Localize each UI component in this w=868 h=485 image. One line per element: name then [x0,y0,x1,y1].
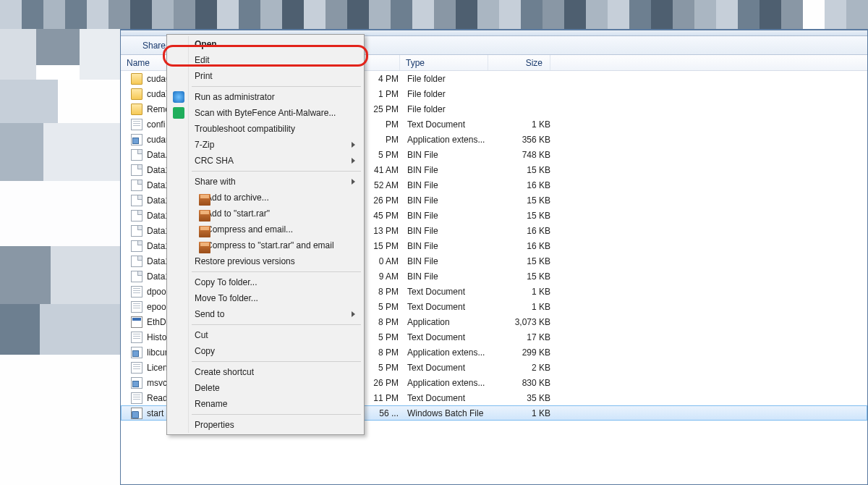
menu-item[interactable]: Compress to "start.rar" and email [169,237,362,253]
folder-icon [131,73,142,85]
bin-icon [131,149,142,161]
file-type: File folder [407,74,495,84]
file-type: Application extens... [407,347,495,358]
rar-icon [199,242,210,253]
menu-item[interactable]: Copy To folder... [169,274,362,290]
menu-item[interactable]: Share with [169,174,362,190]
column-header-type[interactable]: Type [400,55,488,70]
menu-separator [192,171,361,172]
menu-item[interactable]: Run as administrator [169,89,362,105]
menu-item-label: Edit [195,55,210,65]
menu-item-label: Run as administrator [195,92,275,102]
menu-item[interactable]: Edit [169,52,362,68]
menu-item-label: Delete [195,383,220,393]
file-size: 299 KB [495,347,558,358]
menu-item[interactable]: Rename [169,396,362,412]
menu-item-label: Send to [195,309,224,319]
file-type: Application extens... [407,135,495,145]
menu-separator [192,414,361,415]
file-size: 16 KB [495,226,558,236]
menu-item[interactable]: Print [169,68,362,84]
txt-icon [131,362,142,374]
menu-item[interactable]: Move To folder... [169,290,362,306]
file-size: 17 KB [495,332,558,342]
menu-item-label: Add to "start.rar" [206,208,270,219]
menu-item-label: Cut [195,330,208,340]
txt-icon [131,332,142,343]
file-type: Text Document [407,302,495,312]
menu-item[interactable]: Scan with ByteFence Anti-Malware... [169,105,362,121]
bin-icon [131,164,142,176]
file-type: Text Document [407,363,495,373]
file-size: 356 KB [495,135,558,145]
bin-icon [131,271,142,282]
menu-item[interactable]: Compress and email... [169,222,362,237]
dll-icon [131,347,142,358]
background-pixel-strip [0,0,868,29]
menu-item-label: 7-Zip [195,140,214,150]
menu-item[interactable]: Delete [169,380,362,396]
menu-item-label: Open [195,39,217,49]
menu-separator [192,86,361,87]
submenu-arrow-icon [352,311,355,317]
file-type: Windows Batch File [407,408,495,418]
txt-icon [131,301,142,313]
bin-icon [131,225,142,237]
file-type: BIN File [407,271,495,282]
folder-icon [131,104,142,115]
menu-item[interactable]: Add to "start.rar" [169,206,362,222]
menu-item-label: Restore previous versions [195,256,295,266]
dll-icon [131,377,142,389]
context-menu: OpenEditPrintRun as administratorScan wi… [166,34,365,435]
menu-item-label: Print [195,71,213,81]
menu-item[interactable]: Restore previous versions [169,253,362,269]
menu-separator [192,324,361,325]
menu-separator [192,361,361,362]
bf-icon [173,107,184,119]
txt-icon [131,286,142,298]
menu-item-label: Add to archive... [206,193,269,203]
folder-icon [131,88,142,100]
menu-item[interactable]: Create shortcut [169,364,362,380]
bat-icon [131,408,142,419]
file-type: BIN File [407,195,495,206]
column-header-size[interactable]: Size [488,55,550,70]
file-type: File folder [407,89,495,99]
file-size: 15 KB [495,256,558,266]
menu-item[interactable]: Troubleshoot compatibility [169,121,362,137]
file-size: 15 KB [495,271,558,282]
dll-icon [131,134,142,146]
menu-item[interactable]: Cut [169,327,362,343]
shield-icon [173,91,184,103]
file-size: 748 KB [495,150,558,160]
bin-icon [131,210,142,222]
file-size: 1 KB [495,302,558,312]
file-type: BIN File [407,241,495,251]
menu-item[interactable]: Copy [169,343,362,359]
menu-item[interactable]: Add to archive... [169,190,362,206]
file-type: Application extens... [407,378,495,388]
file-type: BIN File [407,256,495,266]
bin-icon [131,180,142,191]
file-size: 15 KB [495,195,558,206]
bin-icon [131,195,142,206]
file-size: 15 KB [495,211,558,221]
menu-item[interactable]: Open [169,36,362,52]
menu-item[interactable]: CRC SHA [169,153,362,169]
menu-item-label: Troubleshoot compatibility [195,124,295,134]
menu-separator [192,271,361,272]
menu-item[interactable]: Send to [169,306,362,322]
submenu-arrow-icon [352,142,355,148]
file-size: 1 KB [495,287,558,297]
rar-icon [199,194,210,206]
file-type: File folder [407,104,495,114]
menu-item[interactable]: Properties [169,417,362,433]
file-type: Text Document [407,332,495,342]
file-type: BIN File [407,165,495,175]
file-type: Text Document [407,393,495,403]
file-type: Application [407,317,495,327]
menu-item-label: Copy To folder... [195,277,258,287]
menu-item-label: Compress and email... [206,224,293,235]
menu-item[interactable]: 7-Zip [169,137,362,153]
file-size: 1 KB [495,119,558,130]
